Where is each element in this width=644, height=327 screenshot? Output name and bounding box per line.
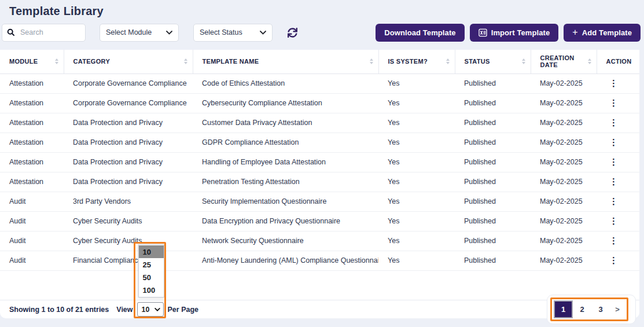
cell-is_system: Yes <box>378 192 455 211</box>
row-actions-kebab-icon[interactable]: ⋮ <box>606 78 621 88</box>
cell-template_name: GDPR Compliance Attestation <box>193 133 378 152</box>
cell-action: ⋮ <box>597 113 639 133</box>
cell-template_name: Cybersecurity Compliance Attestation <box>193 93 378 113</box>
cell-status: Published <box>455 133 531 152</box>
cell-status: Published <box>455 93 531 113</box>
cell-creation_date: May-02-2025 <box>531 231 597 251</box>
cell-template_name: Handling of Employee Data Attestation <box>193 152 378 172</box>
column-header-template-name[interactable]: TEMPLATE NAME <box>193 50 378 74</box>
row-actions-kebab-icon[interactable]: ⋮ <box>606 137 621 147</box>
download-template-button[interactable]: Download Template <box>376 24 465 42</box>
row-actions-kebab-icon[interactable]: ⋮ <box>606 157 621 167</box>
cell-category: Corporate Governance Compliance <box>64 93 193 113</box>
column-header-is-system[interactable]: IS SYSTEM? <box>378 50 455 74</box>
table-row: AttestationData Protection and PrivacyGD… <box>0 133 639 152</box>
table-row: AuditCyber Security AuditsNetwork Securi… <box>0 231 639 251</box>
template-table-card: MODULECATEGORYTEMPLATE NAMEIS SYSTEM?STA… <box>0 50 639 318</box>
column-header-category[interactable]: CATEGORY <box>64 50 193 74</box>
plus-icon: + <box>572 27 577 38</box>
cell-template_name: Customer Data Privacy Attestation <box>193 113 378 133</box>
page-button-3[interactable]: 3 <box>591 300 610 318</box>
row-actions-kebab-icon[interactable]: ⋮ <box>606 255 621 265</box>
cell-creation_date: May-02-2025 <box>531 133 597 152</box>
column-header-status[interactable]: STATUS <box>455 50 531 74</box>
cell-creation_date: May-02-2025 <box>531 113 597 133</box>
column-header-creation-date[interactable]: CREATION DATE <box>531 50 597 74</box>
import-template-button[interactable]: Import Template <box>470 24 559 42</box>
sort-icon[interactable] <box>522 58 525 64</box>
column-label: TEMPLATE NAME <box>203 58 259 65</box>
per-page-option-100[interactable]: 100 <box>139 284 164 296</box>
cell-template_name: Network Security Questionnaire <box>193 231 378 251</box>
cell-category: Financial Compliance Audits <box>64 251 193 270</box>
cell-action: ⋮ <box>597 172 639 192</box>
cell-module: Attestation <box>0 93 64 113</box>
cell-module: Attestation <box>0 152 64 172</box>
column-label: CREATION DATE <box>540 54 588 68</box>
refresh-button[interactable] <box>286 27 299 39</box>
status-select[interactable]: Select Status <box>193 24 273 42</box>
row-actions-kebab-icon[interactable]: ⋮ <box>606 216 621 226</box>
search-input[interactable] <box>19 28 80 37</box>
refresh-icon <box>288 28 297 38</box>
cell-status: Published <box>455 192 531 211</box>
showing-entries-text: Showing 1 to 10 of 21 entries <box>9 306 109 314</box>
sort-icon[interactable] <box>588 58 591 64</box>
cell-module: Attestation <box>0 74 64 93</box>
row-actions-kebab-icon[interactable]: ⋮ <box>606 236 621 245</box>
cell-creation_date: May-02-2025 <box>531 152 597 172</box>
cell-status: Published <box>455 113 531 133</box>
cell-status: Published <box>455 74 531 93</box>
module-select[interactable]: Select Module <box>100 24 179 42</box>
sort-icon[interactable] <box>370 58 373 64</box>
cell-template_name: Code of Ethics Attestation <box>193 74 378 93</box>
cell-status: Published <box>455 152 531 172</box>
cell-template_name: Anti-Money Laundering (AML) Compliance Q… <box>193 251 378 270</box>
chevron-down-icon <box>260 31 266 35</box>
view-label: View <box>116 306 133 314</box>
table-row: AttestationData Protection and PrivacyCu… <box>0 113 639 133</box>
cell-status: Published <box>455 211 531 231</box>
column-header-module[interactable]: MODULE <box>0 50 64 74</box>
row-actions-kebab-icon[interactable]: ⋮ <box>606 196 621 206</box>
toolbar: Select Module Select Status Download Tem… <box>0 23 644 42</box>
cell-action: ⋮ <box>597 93 639 113</box>
row-actions-kebab-icon[interactable]: ⋮ <box>606 177 621 186</box>
cell-module: Attestation <box>0 172 64 192</box>
download-template-label: Download Template <box>384 28 456 37</box>
cell-category: Data Protection and Privacy <box>64 152 193 172</box>
add-template-label: Add Template <box>582 28 632 37</box>
column-label: MODULE <box>9 58 38 65</box>
cell-category: Cyber Security Audits <box>64 231 193 251</box>
page-button-2[interactable]: 2 <box>573 300 591 318</box>
page-title: Template Library <box>0 0 644 18</box>
sort-icon[interactable] <box>55 58 58 64</box>
row-actions-kebab-icon[interactable]: ⋮ <box>606 117 621 127</box>
per-page-option-50[interactable]: 50 <box>139 271 164 284</box>
row-actions-kebab-icon[interactable]: ⋮ <box>606 98 621 108</box>
add-template-button[interactable]: + Add Template <box>564 24 641 42</box>
cell-is_system: Yes <box>378 231 455 251</box>
module-select-label: Select Module <box>106 28 152 36</box>
page-button-1[interactable]: 1 <box>554 300 573 318</box>
table-row: AuditCyber Security AuditsData Encryptio… <box>0 211 639 231</box>
status-select-label: Select Status <box>200 28 242 36</box>
cell-is_system: Yes <box>378 133 455 152</box>
sort-icon[interactable] <box>184 58 187 64</box>
per-page-option-10[interactable]: 10 <box>139 245 164 258</box>
search-box[interactable] <box>2 24 86 42</box>
cell-is_system: Yes <box>378 93 455 113</box>
cell-is_system: Yes <box>378 113 455 133</box>
column-header-action: ACTION <box>597 50 639 74</box>
per-page-select[interactable]: 10 <box>137 302 164 317</box>
sort-icon[interactable] <box>446 58 450 64</box>
table-row: AuditFinancial Compliance AuditsAnti-Mon… <box>0 251 639 270</box>
next-page-button[interactable]: > <box>610 300 625 318</box>
import-template-label: Import Template <box>491 28 550 37</box>
per-page-option-25[interactable]: 25 <box>139 258 164 271</box>
cell-action: ⋮ <box>597 211 639 231</box>
table-row: AttestationData Protection and PrivacyHa… <box>0 152 639 172</box>
column-label: IS SYSTEM? <box>388 58 428 65</box>
chevron-down-icon <box>154 308 160 311</box>
cell-is_system: Yes <box>378 251 455 270</box>
